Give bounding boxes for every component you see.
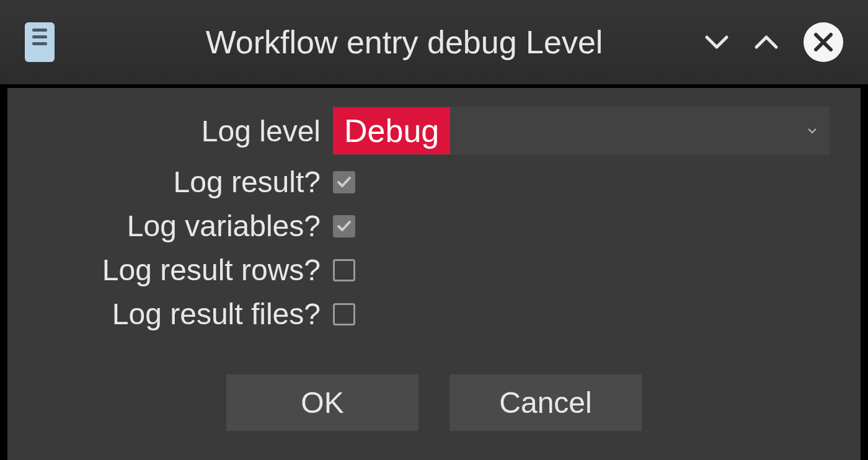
log-result-rows-checkbox[interactable] [333,259,355,281]
log-level-label: Log level [38,114,333,148]
chevron-down-icon[interactable] [704,30,729,55]
titlebar: Workflow entry debug Level [0,0,868,84]
button-row: OK Cancel [38,374,830,431]
log-result-files-checkbox[interactable] [333,303,355,325]
ok-button[interactable]: OK [226,374,418,431]
log-level-value: Debug [333,107,450,154]
log-result-checkbox[interactable] [333,171,355,193]
window-controls [704,22,843,62]
window-title: Workflow entry debug Level [123,24,686,61]
check-icon [336,174,352,190]
cancel-button[interactable]: Cancel [450,374,642,431]
log-level-row: Log level Debug [38,107,830,155]
app-icon [25,22,55,62]
log-result-rows-row: Log result rows? [38,253,830,287]
log-level-select[interactable]: Debug [333,107,830,155]
check-icon [336,218,352,234]
close-icon [812,31,835,53]
dialog-body: Log level Debug Log result? Log variable… [7,88,861,460]
log-result-files-label: Log result files? [38,297,333,331]
log-variables-row: Log variables? [38,209,830,243]
log-variables-checkbox[interactable] [333,215,355,237]
log-result-files-row: Log result files? [38,297,830,331]
close-button[interactable] [804,22,843,62]
log-result-rows-label: Log result rows? [38,253,333,287]
log-result-row: Log result? [38,165,830,199]
log-variables-label: Log variables? [38,209,333,243]
dropdown-arrow-icon [807,125,817,136]
log-result-label: Log result? [38,165,333,199]
chevron-up-icon[interactable] [754,30,779,55]
